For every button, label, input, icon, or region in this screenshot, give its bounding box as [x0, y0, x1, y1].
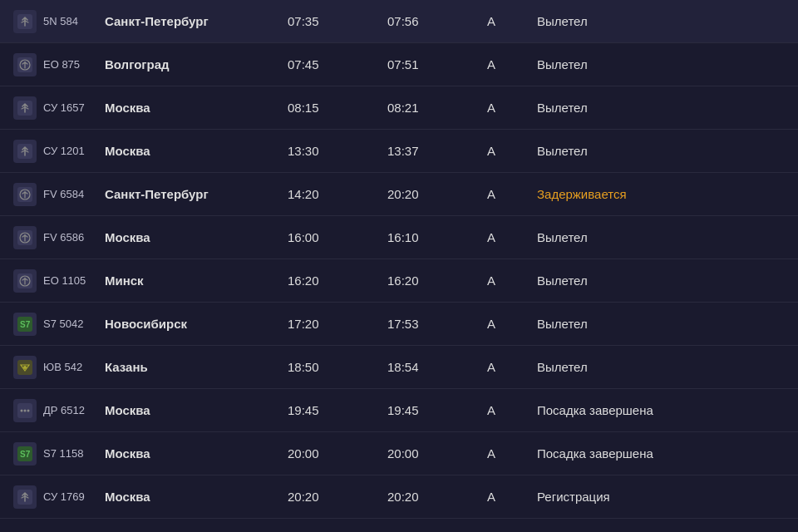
terminal: A: [487, 187, 537, 201]
airline-info: FV 6586: [13, 226, 105, 249]
flight-code: СУ 1201: [43, 145, 85, 157]
svg-text:S7: S7: [20, 320, 31, 329]
destination: Волгоград: [105, 57, 288, 71]
terminal: A: [487, 57, 537, 71]
actual-time: 20:20: [387, 490, 487, 504]
status: Вылетел: [537, 273, 785, 288]
flight-code: FV 6584: [43, 188, 84, 200]
terminal: A: [487, 403, 537, 417]
flight-row: EO 1105 Минск 16:20 16:20 A Вылетел: [0, 259, 798, 303]
airline-icon: [13, 226, 37, 249]
actual-time: 08:21: [387, 101, 487, 115]
flight-code: СУ 1657: [43, 101, 85, 114]
airline-icon: [13, 269, 37, 293]
actual-time: 07:56: [387, 14, 487, 28]
destination: Казань: [105, 360, 288, 374]
status: Вылетел: [537, 230, 785, 244]
flight-row: СУ 1657 Москва 08:15 08:21 A Вылетел: [0, 86, 798, 130]
status: Вылетел: [537, 101, 785, 115]
scheduled-time: 07:45: [288, 57, 387, 71]
airline-info: FV 6584: [13, 183, 105, 206]
status: Посадка завершена: [537, 446, 785, 461]
flight-code: СУ 1769: [43, 490, 85, 503]
terminal: A: [487, 360, 537, 374]
scheduled-time: 20:00: [288, 446, 387, 461]
status: Вылетел: [537, 14, 785, 28]
status: Вылетел: [537, 317, 785, 331]
airline-info: СУ 1657: [13, 96, 105, 120]
scheduled-time: 16:00: [288, 230, 387, 244]
scheduled-time: 20:20: [288, 490, 387, 504]
flight-code: EO 1105: [43, 274, 86, 287]
actual-time: 20:20: [387, 187, 487, 201]
destination: Москва: [105, 490, 288, 504]
terminal: A: [487, 446, 537, 461]
status: Задерживается: [537, 187, 785, 201]
airline-icon: [13, 96, 37, 120]
actual-time: 20:00: [387, 446, 487, 461]
flight-code: ЮВ 542: [43, 361, 82, 373]
status: Вылетел: [537, 144, 785, 158]
airline-icon: [13, 183, 37, 206]
destination: Москва: [105, 144, 288, 158]
flight-code: EO 875: [43, 58, 80, 71]
airline-info: S7 S7 5042: [13, 313, 105, 336]
scheduled-time: 19:45: [288, 403, 387, 417]
airline-icon: [13, 140, 37, 163]
status: Регистрация: [537, 490, 785, 504]
scheduled-time: 08:15: [288, 101, 387, 115]
scheduled-time: 17:20: [288, 317, 387, 331]
airline-info: EO 1105: [13, 269, 105, 293]
svg-text:S7: S7: [20, 450, 31, 459]
terminal: A: [487, 101, 537, 115]
airline-info: EO 875: [13, 53, 105, 76]
destination: Новосибирск: [105, 317, 288, 331]
flight-row: СУ 1201 Москва 13:30 13:37 A Вылетел: [0, 130, 798, 173]
airline-info: S7 S7 1158: [13, 442, 105, 466]
destination: Москва: [105, 403, 288, 417]
status: Вылетел: [537, 360, 785, 374]
actual-time: 16:20: [387, 273, 487, 288]
destination: Москва: [105, 230, 288, 244]
airline-info: ДР 6512: [13, 399, 105, 422]
destination: Минск: [105, 273, 288, 288]
flight-row: ЮВ 542 Казань 18:50 18:54 A Вылетел: [0, 346, 798, 389]
scheduled-time: 18:50: [288, 360, 387, 374]
terminal: A: [487, 317, 537, 331]
flight-code: S7 1158: [43, 447, 83, 460]
airline-info: 5N 584: [13, 10, 105, 33]
airline-icon: S7: [13, 313, 37, 336]
airline-icon: [13, 399, 37, 422]
scheduled-time: 13:30: [288, 144, 387, 158]
svg-point-16: [21, 409, 23, 411]
terminal: A: [487, 490, 537, 504]
actual-time: 07:51: [387, 57, 487, 71]
destination: Санкт-Петербург: [105, 187, 288, 201]
destination: Москва: [105, 101, 288, 115]
terminal: A: [487, 14, 537, 28]
actual-time: 13:37: [387, 144, 487, 158]
flight-code: 5N 584: [43, 15, 78, 27]
actual-time: 16:10: [387, 230, 487, 244]
terminal: A: [487, 230, 537, 244]
flight-code: ДР 6512: [43, 404, 85, 416]
terminal: A: [487, 144, 537, 158]
airline-info: СУ 1201: [13, 140, 105, 163]
scheduled-time: 14:20: [288, 187, 387, 201]
svg-point-18: [27, 409, 30, 411]
status: Вылетел: [537, 57, 785, 71]
svg-point-14: [23, 366, 27, 369]
scheduled-time: 16:20: [288, 273, 387, 288]
destination: Санкт-Петербург: [105, 14, 288, 28]
terminal: A: [487, 273, 537, 288]
scheduled-time: 07:35: [288, 14, 387, 28]
status: Посадка завершена: [537, 403, 785, 417]
flight-code: S7 5042: [43, 318, 83, 330]
flight-code: FV 6586: [43, 231, 84, 244]
flight-row: СУ 1769 Москва 20:20 20:20 A Регистрация: [0, 475, 798, 519]
destination: Москва: [105, 446, 288, 461]
flight-row: S7 S7 5042 Новосибирск 17:20 17:53 A Выл…: [0, 303, 798, 346]
airline-icon: [13, 485, 37, 509]
airline-info: СУ 1769: [13, 485, 105, 509]
actual-time: 19:45: [387, 403, 487, 417]
